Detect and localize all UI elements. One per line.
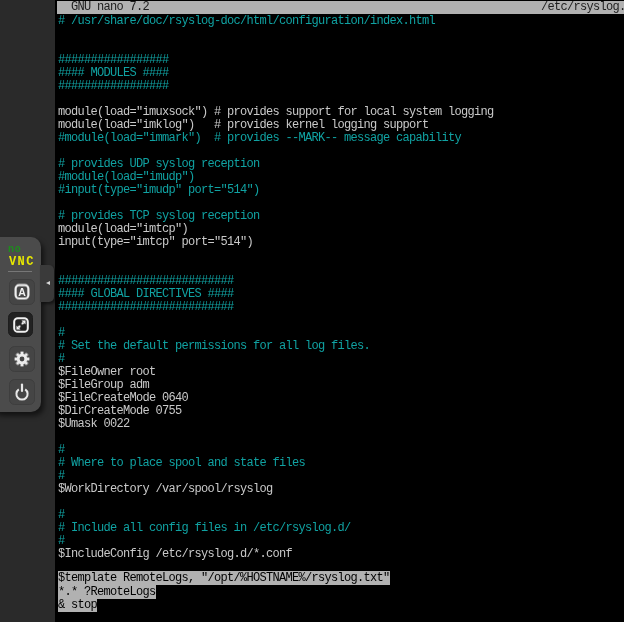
svg-text:A: A <box>18 285 26 297</box>
